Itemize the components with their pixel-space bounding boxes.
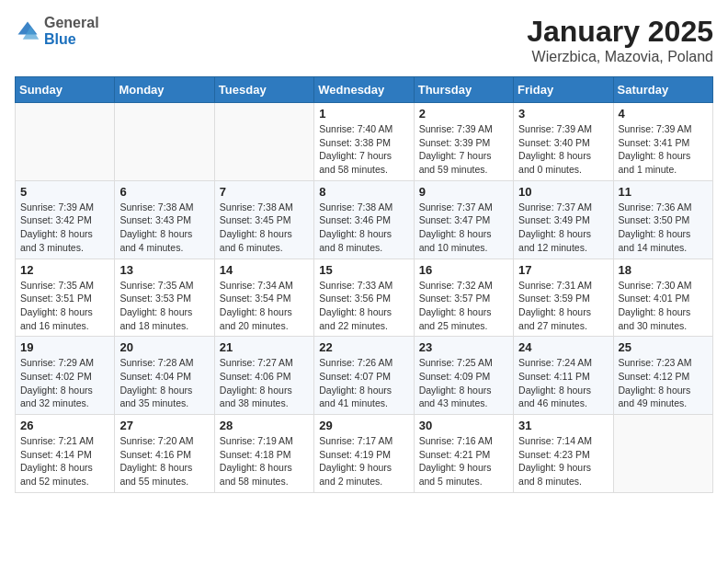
- day-number: 20: [119, 340, 209, 354]
- weekday-header: Friday: [514, 77, 613, 103]
- day-number: 14: [220, 263, 309, 277]
- calendar-cell: 16Sunrise: 7:32 AM Sunset: 3:57 PM Dayli…: [414, 259, 513, 337]
- weekday-header: Sunday: [16, 77, 115, 103]
- calendar-cell: 11Sunrise: 7:36 AM Sunset: 3:50 PM Dayli…: [613, 180, 712, 259]
- calendar-cell: 19Sunrise: 7:29 AM Sunset: 4:02 PM Dayli…: [16, 337, 115, 415]
- calendar-cell: 8Sunrise: 7:38 AM Sunset: 3:46 PM Daylig…: [314, 180, 414, 259]
- calendar-cell: 7Sunrise: 7:38 AM Sunset: 3:45 PM Daylig…: [214, 180, 313, 259]
- logo-icon: [15, 18, 40, 44]
- calendar-cell: 21Sunrise: 7:27 AM Sunset: 4:06 PM Dayli…: [214, 337, 313, 415]
- day-detail: Sunrise: 7:21 AM Sunset: 4:14 PM Dayligh…: [20, 434, 109, 488]
- calendar-cell: 12Sunrise: 7:35 AM Sunset: 3:51 PM Dayli…: [16, 259, 115, 337]
- title-block: January 2025 Wierzbica, Mazovia, Poland: [527, 15, 713, 65]
- day-number: 17: [518, 263, 608, 277]
- day-detail: Sunrise: 7:27 AM Sunset: 4:06 PM Dayligh…: [220, 356, 309, 410]
- calendar-cell: 14Sunrise: 7:34 AM Sunset: 3:54 PM Dayli…: [214, 259, 313, 337]
- day-detail: Sunrise: 7:38 AM Sunset: 3:46 PM Dayligh…: [319, 201, 408, 255]
- day-number: 22: [319, 340, 408, 354]
- day-detail: Sunrise: 7:39 AM Sunset: 3:41 PM Dayligh…: [619, 122, 708, 177]
- day-number: 4: [619, 107, 708, 121]
- logo-line1: General: [44, 15, 99, 31]
- day-number: 5: [20, 185, 109, 199]
- day-detail: Sunrise: 7:14 AM Sunset: 4:23 PM Dayligh…: [518, 434, 608, 488]
- day-number: 21: [220, 340, 309, 354]
- calendar-cell: [613, 415, 712, 493]
- day-detail: Sunrise: 7:31 AM Sunset: 3:59 PM Dayligh…: [518, 279, 608, 333]
- calendar-cell: 29Sunrise: 7:17 AM Sunset: 4:19 PM Dayli…: [314, 415, 414, 493]
- calendar-cell: 20Sunrise: 7:28 AM Sunset: 4:04 PM Dayli…: [115, 337, 214, 415]
- calendar-cell: 3Sunrise: 7:39 AM Sunset: 3:40 PM Daylig…: [514, 103, 613, 181]
- day-number: 27: [119, 419, 209, 432]
- calendar-cell: 9Sunrise: 7:37 AM Sunset: 3:47 PM Daylig…: [414, 180, 513, 259]
- day-detail: Sunrise: 7:28 AM Sunset: 4:04 PM Dayligh…: [119, 356, 209, 410]
- day-detail: Sunrise: 7:36 AM Sunset: 3:50 PM Dayligh…: [619, 201, 708, 255]
- day-number: 24: [518, 340, 608, 354]
- logo-text: General Blue: [44, 15, 99, 47]
- calendar-week-row: 26Sunrise: 7:21 AM Sunset: 4:14 PM Dayli…: [16, 415, 713, 493]
- day-detail: Sunrise: 7:23 AM Sunset: 4:12 PM Dayligh…: [619, 356, 708, 410]
- day-detail: Sunrise: 7:40 AM Sunset: 3:38 PM Dayligh…: [319, 122, 408, 177]
- day-detail: Sunrise: 7:17 AM Sunset: 4:19 PM Dayligh…: [319, 434, 408, 488]
- calendar-cell: 30Sunrise: 7:16 AM Sunset: 4:21 PM Dayli…: [414, 415, 513, 493]
- day-detail: Sunrise: 7:34 AM Sunset: 3:54 PM Dayligh…: [220, 279, 309, 333]
- calendar-cell: 6Sunrise: 7:38 AM Sunset: 3:43 PM Daylig…: [115, 180, 214, 259]
- day-detail: Sunrise: 7:38 AM Sunset: 3:45 PM Dayligh…: [220, 201, 309, 255]
- day-detail: Sunrise: 7:37 AM Sunset: 3:49 PM Dayligh…: [518, 201, 608, 255]
- day-detail: Sunrise: 7:25 AM Sunset: 4:09 PM Dayligh…: [419, 356, 508, 410]
- day-number: 19: [20, 340, 109, 354]
- calendar-table: SundayMondayTuesdayWednesdayThursdayFrid…: [15, 76, 713, 493]
- day-number: 16: [419, 263, 508, 277]
- weekday-header: Saturday: [613, 77, 712, 103]
- calendar-cell: 15Sunrise: 7:33 AM Sunset: 3:56 PM Dayli…: [314, 259, 414, 337]
- calendar-cell: 22Sunrise: 7:26 AM Sunset: 4:07 PM Dayli…: [314, 337, 414, 415]
- calendar-cell: 27Sunrise: 7:20 AM Sunset: 4:16 PM Dayli…: [115, 415, 214, 493]
- day-number: 10: [518, 185, 608, 199]
- day-number: 13: [119, 263, 209, 277]
- day-number: 26: [20, 419, 109, 432]
- day-detail: Sunrise: 7:33 AM Sunset: 3:56 PM Dayligh…: [319, 279, 408, 333]
- calendar-cell: 13Sunrise: 7:35 AM Sunset: 3:53 PM Dayli…: [115, 259, 214, 337]
- calendar-cell: 5Sunrise: 7:39 AM Sunset: 3:42 PM Daylig…: [16, 180, 115, 259]
- day-detail: Sunrise: 7:29 AM Sunset: 4:02 PM Dayligh…: [20, 356, 109, 410]
- weekday-header: Tuesday: [214, 77, 313, 103]
- day-number: 18: [619, 263, 708, 277]
- day-number: 30: [419, 419, 508, 432]
- weekday-header: Monday: [115, 77, 214, 103]
- day-detail: Sunrise: 7:38 AM Sunset: 3:43 PM Dayligh…: [119, 201, 209, 255]
- calendar-cell: 26Sunrise: 7:21 AM Sunset: 4:14 PM Dayli…: [16, 415, 115, 493]
- calendar-cell: [16, 103, 115, 181]
- day-number: 15: [319, 263, 408, 277]
- day-number: 2: [419, 107, 508, 121]
- day-detail: Sunrise: 7:30 AM Sunset: 4:01 PM Dayligh…: [619, 279, 708, 333]
- weekday-header: Wednesday: [314, 77, 414, 103]
- day-number: 8: [319, 185, 408, 199]
- calendar-week-row: 1Sunrise: 7:40 AM Sunset: 3:38 PM Daylig…: [16, 103, 713, 181]
- calendar-cell: 31Sunrise: 7:14 AM Sunset: 4:23 PM Dayli…: [514, 415, 613, 493]
- calendar-cell: 2Sunrise: 7:39 AM Sunset: 3:39 PM Daylig…: [414, 103, 513, 181]
- calendar-week-row: 19Sunrise: 7:29 AM Sunset: 4:02 PM Dayli…: [16, 337, 713, 415]
- day-number: 3: [518, 107, 608, 121]
- calendar-cell: 25Sunrise: 7:23 AM Sunset: 4:12 PM Dayli…: [613, 337, 712, 415]
- calendar-cell: 24Sunrise: 7:24 AM Sunset: 4:11 PM Dayli…: [514, 337, 613, 415]
- calendar-title: January 2025: [527, 15, 713, 49]
- weekday-header: Thursday: [414, 77, 513, 103]
- day-number: 25: [619, 340, 708, 354]
- calendar-cell: 18Sunrise: 7:30 AM Sunset: 4:01 PM Dayli…: [613, 259, 712, 337]
- day-number: 9: [419, 185, 508, 199]
- day-detail: Sunrise: 7:39 AM Sunset: 3:39 PM Dayligh…: [419, 122, 508, 177]
- day-detail: Sunrise: 7:39 AM Sunset: 3:42 PM Dayligh…: [20, 201, 109, 255]
- calendar-cell: 23Sunrise: 7:25 AM Sunset: 4:09 PM Dayli…: [414, 337, 513, 415]
- day-detail: Sunrise: 7:20 AM Sunset: 4:16 PM Dayligh…: [119, 434, 209, 488]
- day-detail: Sunrise: 7:37 AM Sunset: 3:47 PM Dayligh…: [419, 201, 508, 255]
- calendar-cell: [115, 103, 214, 181]
- calendar-week-row: 12Sunrise: 7:35 AM Sunset: 3:51 PM Dayli…: [16, 259, 713, 337]
- calendar-cell: 10Sunrise: 7:37 AM Sunset: 3:49 PM Dayli…: [514, 180, 613, 259]
- calendar-cell: 28Sunrise: 7:19 AM Sunset: 4:18 PM Dayli…: [214, 415, 313, 493]
- day-detail: Sunrise: 7:16 AM Sunset: 4:21 PM Dayligh…: [419, 434, 508, 488]
- day-detail: Sunrise: 7:19 AM Sunset: 4:18 PM Dayligh…: [220, 434, 309, 488]
- day-number: 12: [20, 263, 109, 277]
- day-number: 29: [319, 419, 408, 432]
- day-detail: Sunrise: 7:26 AM Sunset: 4:07 PM Dayligh…: [319, 356, 408, 410]
- logo-line2: Blue: [44, 31, 99, 48]
- calendar-week-row: 5Sunrise: 7:39 AM Sunset: 3:42 PM Daylig…: [16, 180, 713, 259]
